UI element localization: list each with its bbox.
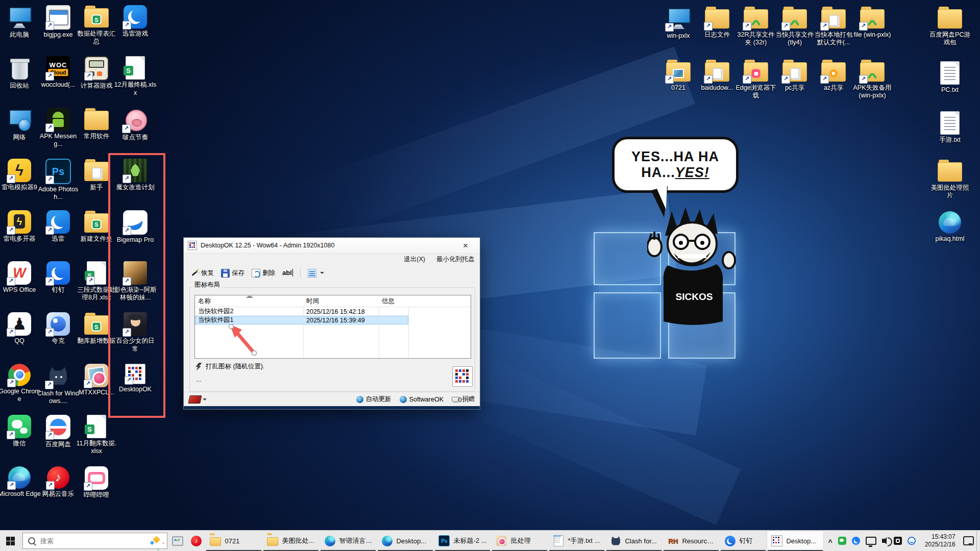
close-icon[interactable]: ✕	[455, 238, 476, 253]
desktop-icon[interactable]: S数据处理表汇总	[75, 5, 118, 46]
desktop-icon[interactable]: 手游.txt	[928, 111, 971, 144]
delete-button[interactable]: 删除	[249, 267, 278, 279]
taskbar-button[interactable]: Clash for...	[605, 531, 663, 551]
ps-icon: Ps	[438, 535, 450, 546]
taskbar-button[interactable]: *手游.txt ...	[548, 531, 605, 551]
restore-button[interactable]: 恢复	[188, 267, 216, 279]
desktop-icon[interactable]: ↗钉钉	[37, 261, 80, 294]
taskbar-button[interactable]: Desktop...	[377, 531, 434, 551]
column-name[interactable]: 名称	[195, 297, 303, 306]
desktop-icon[interactable]: ↗迅雷	[37, 210, 80, 243]
title-bar[interactable]: DesktopOK 12.25 - Wow64 - Admin 1920x108…	[184, 238, 480, 254]
rename-button[interactable]: abl	[280, 267, 296, 279]
start-button[interactable]	[0, 531, 21, 551]
folder-icon: ↗	[782, 9, 807, 30]
desktop-icon[interactable]: ↗bigjpg.exe	[37, 5, 80, 39]
column-info[interactable]: 信息	[379, 297, 408, 306]
donate-link[interactable]: 捐赠	[452, 395, 475, 404]
desktop-icon[interactable]: ↗32R共享文件夹 (32r)	[734, 6, 777, 47]
desktop-icon[interactable]: ↗迅雷游戏	[114, 5, 157, 38]
desktop-icon[interactable]: ↗pc共享	[773, 59, 816, 92]
action-center-button[interactable]	[961, 531, 976, 551]
desktop-icon[interactable]: W↗WPS Office	[0, 261, 41, 294]
desktop-icon[interactable]: 美图批处理照片	[928, 159, 971, 200]
desktop-icon[interactable]: ↗微信	[0, 415, 41, 447]
taskbar-button[interactable]: Desktop...	[767, 531, 824, 551]
auto-update-link[interactable]: 自动更新	[356, 395, 391, 404]
desktop-icon[interactable]: ♪↗网易云音乐	[37, 466, 80, 498]
taskbar-button[interactable]: 智谱清言 ...	[320, 531, 377, 551]
desktop-icon[interactable]: ↗日志文件	[696, 6, 739, 39]
wechat-tray-icon[interactable]	[838, 537, 846, 545]
taskbar-button[interactable]: RHResource...	[663, 531, 720, 551]
taskbar-button[interactable]: Ps未标题-2 ...	[434, 531, 491, 551]
display-tray-icon[interactable]	[866, 537, 876, 545]
desktop-icon[interactable]: pikaq.html	[928, 211, 971, 243]
taskbar-button[interactable]: 钉钉	[720, 531, 767, 551]
desktop-icon[interactable]: ϟ↗雷电模拟器9	[0, 159, 41, 191]
softwareok-link[interactable]: SoftwareOK	[400, 396, 444, 403]
volume-tray-icon[interactable]	[882, 539, 885, 543]
desktop-icon[interactable]: ↗Clash for Windows....	[37, 364, 80, 406]
desktop-icon[interactable]: 常用软件	[75, 108, 118, 140]
desktop-icon[interactable]: ↗百度网盘	[37, 415, 80, 448]
taskbar-search[interactable]	[22, 533, 167, 549]
desktop-icon[interactable]: ↗啵点节奏	[114, 108, 157, 141]
desktop-icon[interactable]: ↗baidudow...	[696, 59, 739, 92]
desktop-icon[interactable]: ↗哔哩哔哩	[75, 466, 118, 499]
taskbar-monitor-widget[interactable]	[168, 531, 187, 551]
list-header[interactable]: 名称 时间 信息	[195, 295, 471, 307]
desktop-icon[interactable]: ↗APK失效备用 (win-pxlx)	[851, 59, 894, 100]
desktop-icon[interactable]: PC.txt	[928, 61, 971, 94]
dingtalk-tray-icon[interactable]	[852, 537, 860, 545]
desktop-icon[interactable]: ♟↗QQ	[0, 312, 41, 345]
desktop-icon[interactable]: 百度网盘PC游戏包	[928, 6, 971, 47]
desktop-icon-label: 夸克	[37, 337, 80, 345]
taskbar-button[interactable]: 美图批处...	[262, 531, 320, 551]
desktop-icon[interactable]: ↗Microsoft Edge	[0, 466, 41, 498]
chevron-down-icon[interactable]	[203, 398, 207, 400]
desktop-icon[interactable]: ↗win-pxlx	[657, 6, 700, 40]
desktop-icon[interactable]: ↗当快本地打包默认文件(...	[812, 6, 855, 47]
desktop-icon[interactable]: ↗Edge浏览器下载	[734, 59, 777, 100]
desktop-icon[interactable]: ↗0721	[657, 59, 700, 92]
desktop-icon[interactable]: 回收站	[0, 56, 41, 90]
taskbar-button[interactable]: 批处理	[491, 531, 548, 551]
desktop-icon[interactable]: 网络	[0, 108, 41, 141]
desktop-icon[interactable]: ↗APK Messeng...	[37, 108, 80, 148]
ifly-tray-icon[interactable]	[908, 537, 916, 545]
desktop-icon[interactable]: ↗当快共享文件 (tly4)	[773, 6, 816, 47]
taskbar-netease-button[interactable]: ♪	[187, 531, 205, 551]
desktop-icon[interactable]: S11月翻库数据.xlsx	[75, 415, 118, 456]
tray-chevron-up-icon[interactable]: ^	[828, 538, 832, 546]
shortcut-arrow-icon: ↗	[665, 75, 674, 84]
desktop-icon[interactable]: 此电脑	[0, 5, 41, 39]
menu-minimize-to-tray[interactable]: 最小化到托盘	[436, 255, 475, 264]
desktop-icon[interactable]: S12月最终稿.xlsx	[114, 56, 157, 97]
search-input[interactable]	[39, 537, 145, 545]
desktop-icon[interactable]: WOCCloud↗woccloud(...	[37, 56, 80, 89]
show-desktop-button[interactable]	[976, 531, 980, 551]
save-button[interactable]: 保存	[218, 267, 247, 279]
color-swatch[interactable]	[188, 395, 202, 404]
shuffle-icons-option[interactable]: 打乱图标 (随机位置).	[195, 362, 264, 371]
desktop-icon[interactable]: ↗Google Chrome	[0, 364, 41, 404]
menu-exit[interactable]: 退出(X)	[404, 255, 425, 264]
desktop-icon[interactable]: ϟ↗雷电多开器	[0, 210, 41, 243]
taskbar-clock[interactable]: 15:43:07 2025/12/16	[920, 531, 961, 551]
shortcut-arrow-icon: ↗	[45, 431, 54, 440]
layout-row[interactable]: 当快软件园22025/12/16 15:42:18	[195, 307, 408, 316]
ime-tray-icon[interactable]	[894, 537, 902, 545]
shortcut-arrow-icon: ↗	[820, 22, 829, 31]
shortcut-arrow-icon: ↗	[122, 124, 131, 133]
desktop-icon[interactable]: Ps↗Adobe Photosh...	[37, 159, 80, 202]
desktop-icon[interactable]: ↗计算器游戏	[75, 56, 118, 90]
desktop-icon[interactable]: ↗az共享	[812, 59, 855, 92]
desktop-icon[interactable]: ↗夸克	[37, 312, 80, 345]
more-ellipsis[interactable]: ...	[196, 375, 202, 383]
view-dropdown-button[interactable]	[305, 267, 327, 279]
folder-icon: ↗	[744, 9, 768, 30]
column-time[interactable]: 时间	[303, 297, 379, 306]
taskbar-button[interactable]: 0721	[205, 531, 262, 551]
desktop-icon[interactable]: ↗file (win-pxlx)	[851, 6, 894, 39]
